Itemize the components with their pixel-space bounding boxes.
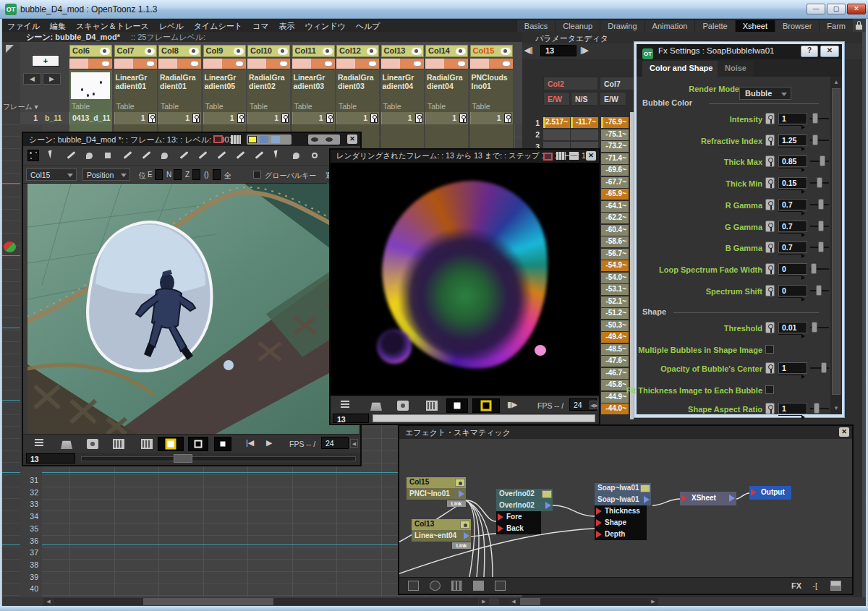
row1-cell-col11[interactable]: 1 [292,112,335,124]
fx-key-icon[interactable] [765,242,775,253]
param-cell-col7-10[interactable]: -60.4~ [601,225,629,236]
fx-scroll-down[interactable]: ▼ [832,404,841,413]
fx-input[interactable]: 0.7 [778,199,807,210]
column-header[interactable]: Col10 [247,45,290,57]
tab-color-and-shape[interactable]: Color and Shape [642,61,720,77]
render-frame-input[interactable]: 13 [333,414,369,423]
node-link-icon[interactable] [640,484,650,492]
add-frames-button[interactable]: + [32,55,59,67]
tool-icon-7[interactable] [159,150,171,161]
camera-rec-icon[interactable] [213,135,223,143]
frame-dropdown[interactable]: フレーム ▾ [3,102,38,112]
param-cell-col7-2[interactable]: -75.1~ [601,129,629,140]
param-cell-col7-25[interactable]: -44.0~ [601,403,629,414]
field-so[interactable] [213,169,221,180]
param-cell-col7-24[interactable]: -44.9~ [601,392,629,403]
port-thickness[interactable]: Thickness [595,505,647,517]
scroll-left-button[interactable]: ◀ [43,598,54,605]
filter-toggle[interactable] [368,61,377,67]
eye-icons[interactable] [308,134,340,145]
tool-icon-15[interactable] [310,150,321,161]
key-icon[interactable] [237,114,244,123]
param-cell-col7-6[interactable]: -67.7~ [601,177,629,188]
snapshot-icon[interactable] [113,439,124,449]
param-cell-col7-9[interactable]: -62.2~ [601,213,629,223]
node-xsheet[interactable]: XSheet [680,492,736,505]
field-e[interactable] [155,169,163,180]
param-cell-col7-20[interactable]: -48.5~ [601,344,629,355]
fx-key-icon[interactable] [765,285,775,296]
menu-4[interactable]: タイムシート [189,20,247,33]
checker-button[interactable] [214,437,231,451]
port-back[interactable]: Back [496,523,541,534]
menu-6[interactable]: 表示 [273,20,299,33]
param-cell-col2ew-1[interactable]: 2.517~ [543,117,570,128]
render-mode-dropdown[interactable]: Bubble [739,87,791,100]
schematic-title-bar[interactable]: エフェクト・スキマティック [399,426,852,439]
eye-icon[interactable] [234,48,244,55]
render-rec-icon[interactable] [543,153,553,161]
render-canvas[interactable] [331,163,599,396]
tool-icon-12[interactable] [253,150,265,161]
fx-key-icon[interactable] [765,221,775,232]
close-button[interactable]: ✕ [847,4,866,14]
tool-option-dropdown[interactable]: Position [82,168,130,181]
node-link-icon[interactable] [542,490,552,498]
column-header[interactable]: Col14 [425,45,468,57]
key-icon[interactable] [326,114,333,123]
fx-slider-handle[interactable] [812,113,818,124]
filter-toggle[interactable] [101,61,110,67]
column-header[interactable]: Col8 [158,45,201,57]
subcamera-preview-button[interactable] [188,437,208,451]
node-eye-icon[interactable] [455,479,465,487]
fx-checkbox[interactable] [765,345,774,354]
key-icon[interactable] [459,114,467,123]
fx-slider-handle[interactable] [821,362,827,373]
options-icon[interactable] [35,439,43,449]
column-header[interactable]: Col15 [470,45,513,57]
fx-close-button[interactable]: ✕ [820,46,839,57]
column-header[interactable]: Col12 [336,45,379,57]
menu-1[interactable]: 編集 [45,20,71,33]
fx-key-icon[interactable] [765,362,775,374]
render-white-btn[interactable] [446,398,468,413]
param-cell-col7-17[interactable]: -51.2~ [601,308,629,319]
render-film-icon[interactable] [426,401,438,411]
fx-slider[interactable] [810,182,829,184]
compare-icon[interactable] [141,439,153,449]
param-cell-col7-7[interactable]: -65.9~ [601,189,629,200]
eye-icon[interactable] [278,48,288,55]
scrollbar2-thumb[interactable] [520,598,540,605]
fx-slider[interactable] [810,161,829,162]
node-col15[interactable]: Col15 PNCl~Ino01 Link [407,477,466,500]
key-icon[interactable] [370,114,378,123]
fx-slider[interactable] [810,204,829,205]
column-header[interactable]: Col11 [292,45,335,57]
column-filter-bar[interactable] [336,59,379,69]
tool-icon-0[interactable] [27,150,39,161]
focus-icon[interactable] [430,581,441,591]
camera-icon[interactable] [87,439,98,449]
eye-icon[interactable] [367,48,377,55]
column-header[interactable]: Col6 [69,45,112,57]
port-fore[interactable]: Fore [496,511,541,523]
fx-slider-handle[interactable] [818,242,824,252]
column-select-dropdown[interactable]: Col15 [26,168,77,181]
param-cell-col7-19[interactable]: -49.4~ [601,332,629,343]
fx-slider-handle[interactable] [814,403,820,414]
filter-toggle[interactable] [324,61,333,67]
scrollbar-thumb[interactable] [143,598,273,605]
eye-icon[interactable] [501,48,511,55]
fx-slider-handle[interactable] [816,285,822,296]
fx-slider-handle[interactable] [812,322,817,333]
render-tool-icon[interactable] [370,401,382,411]
fx-slider[interactable] [810,367,829,369]
filter-toggle[interactable] [190,61,199,67]
render-fps-arrows[interactable]: ◀▶ [590,401,597,409]
tool-icon-4[interactable] [103,150,114,161]
output-port-icon[interactable] [459,490,464,497]
key-icon[interactable] [504,114,511,123]
fx-input[interactable]: 0.7 [778,242,807,253]
viewer-canvas[interactable] [27,184,359,434]
fx-slider[interactable] [810,268,829,270]
